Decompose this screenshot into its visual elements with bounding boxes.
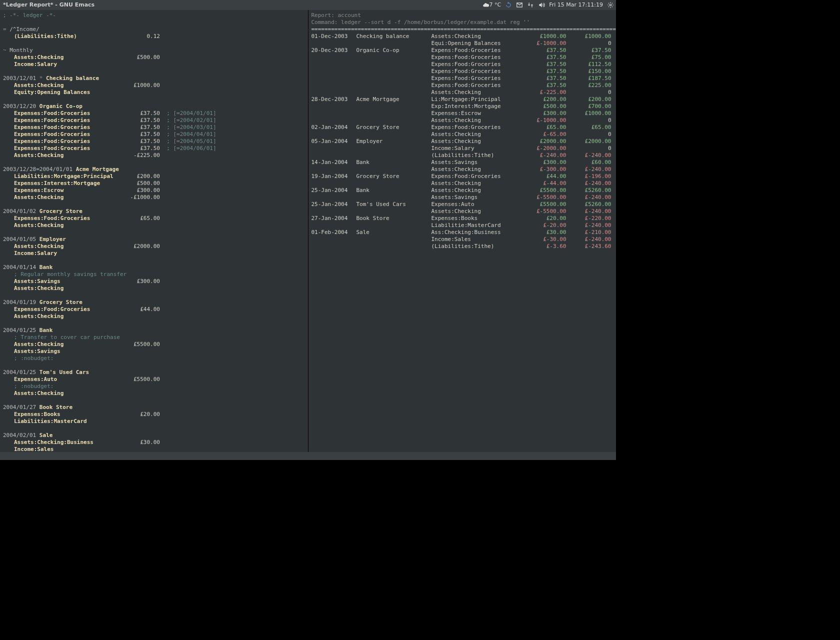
- report-date: [312, 222, 356, 229]
- report-account: Li:Mortgage:Principal: [432, 96, 522, 103]
- mail-icon[interactable]: [516, 2, 523, 8]
- transaction-date: 2004/01/25: [3, 369, 36, 376]
- report-balance: 0: [566, 131, 612, 138]
- posting-line: Expenses:Escrow £300.00: [3, 187, 305, 194]
- posting-comment: ; [=2004/03/01]: [160, 124, 216, 130]
- report-row: Expenses:Escrow£300.00£1000.00: [312, 110, 614, 117]
- posting-account: (Liabilities:Tithe): [14, 33, 120, 40]
- posting-account: Equity:Opening Balances: [14, 89, 120, 96]
- report-account: Expens:Food:Groceries: [432, 124, 522, 131]
- posting-account: Expenses:Interest:Mortgage: [14, 180, 120, 186]
- report-row: Income:Salary£-2000.000: [312, 145, 614, 152]
- report-balance: £112.50: [566, 61, 612, 68]
- report-row: Assets:Checking£-44.00£-240.00: [312, 180, 614, 187]
- directive-line: ~ Monthly: [3, 47, 305, 54]
- report-payee: Employer: [356, 138, 432, 145]
- transaction-payee: Acme Mortgage: [76, 166, 119, 172]
- report-account: Income:Sales: [432, 236, 522, 243]
- report-row: Liabilitie:MasterCard£-20.00£-240.00: [312, 222, 614, 229]
- transaction-payee: Tom's Used Cars: [40, 369, 89, 376]
- transaction-payee: Organic Co-op: [40, 103, 82, 110]
- settings-icon[interactable]: [607, 2, 614, 8]
- report-amount: £-300.00: [522, 166, 566, 173]
- posting-account: Assets:Checking: [14, 285, 120, 292]
- posting-line: Income:Salary: [3, 250, 305, 257]
- posting-comment: ; [=2004/04/01]: [160, 131, 216, 138]
- transaction-payee: Checking balance: [46, 75, 99, 82]
- posting-line: Assets:Checking £5500.00: [3, 341, 305, 348]
- volume-icon[interactable]: [538, 2, 545, 8]
- modeline-right: -U:@%%- *Ledger Report* All (4,0) (Ledge…: [308, 452, 616, 460]
- posting-comment: ; [=2004/06/01]: [160, 145, 216, 152]
- refresh-icon[interactable]: [505, 2, 512, 8]
- report-date: 19-Jan-2004: [312, 173, 356, 180]
- transaction-date: 2004/01/05: [3, 236, 36, 242]
- posting-line: Expenses:Food:Groceries £37.50 ; [=2004/…: [3, 131, 305, 138]
- comment-line: ; Regular monthly savings transfer: [3, 271, 305, 278]
- directive-line: = /^Income/: [3, 26, 305, 33]
- comment-line: ; -*- ledger -*-: [3, 12, 305, 19]
- report-balance: £2000.00: [566, 138, 612, 145]
- report-payee: [356, 110, 432, 117]
- report-account: Assets:Checking: [432, 117, 522, 124]
- transaction-header: 2003/12/20 Organic Co-op: [3, 103, 305, 110]
- report-amount: £-30.00: [522, 236, 566, 243]
- report-amount: £2000.00: [522, 138, 566, 145]
- report-account: Assets:Checking: [432, 33, 522, 40]
- report-payee: [356, 243, 432, 250]
- report-date: [312, 117, 356, 124]
- weather-text: 7 °C: [490, 0, 502, 10]
- report-row: 01-Feb-2004SaleAss:Checking:Business£30.…: [312, 229, 614, 236]
- report-account: Expenses:Auto: [432, 201, 522, 208]
- report-balance: £-240.00: [566, 236, 612, 243]
- report-account: Assets:Checking: [432, 187, 522, 194]
- posting-amount: -£1000.00: [120, 194, 160, 201]
- transaction-date: 2004/01/02: [3, 208, 36, 214]
- report-date: 27-Jan-2004: [312, 215, 356, 222]
- report-payee: Acme Mortgage: [356, 96, 432, 103]
- report-date: 25-Jan-2004: [312, 187, 356, 194]
- report-amount: £-65.00: [522, 131, 566, 138]
- svg-point-0: [610, 4, 612, 6]
- posting-account: Expenses:Food:Groceries: [14, 145, 120, 152]
- posting-line: Assets:Checking: [3, 313, 305, 320]
- report-account: (Liabilities:Tithe): [432, 243, 522, 250]
- report-balance: £225.00: [566, 82, 612, 89]
- modeline: -U:@--- example.dat All (64,0) (Ledger y…: [0, 452, 616, 460]
- report-balance: £1000.00: [566, 110, 612, 117]
- report-payee: [356, 180, 432, 187]
- report-row: Income:Sales£-30.00£-240.00: [312, 236, 614, 243]
- report-amount: £300.00: [522, 110, 566, 117]
- posting-amount: £37.50: [120, 117, 160, 124]
- posting-account: Assets:Checking: [14, 390, 120, 396]
- report-account: Expens:Food:Groceries: [432, 82, 522, 89]
- emacs-frame: *Ledger Report* - GNU Emacs 7 °C Fri 15 …: [0, 0, 616, 460]
- report-date: 25-Jan-2004: [312, 201, 356, 208]
- report-balance: £5260.00: [566, 187, 612, 194]
- report-account: Expenses:Books: [432, 215, 522, 222]
- report-balance: £37.50: [566, 47, 612, 54]
- window-titlebar: *Ledger Report* - GNU Emacs 7 °C Fri 15 …: [0, 0, 616, 10]
- report-balance: £65.00: [566, 124, 612, 131]
- report-row: 01-Dec-2003Checking balanceAssets:Checki…: [312, 33, 614, 40]
- report-date: [312, 152, 356, 159]
- report-balance: £700.00: [566, 103, 612, 110]
- posting-amount: £500.00: [120, 180, 160, 187]
- ledger-report-buffer[interactable]: Report: accountCommand: ledger --sort d …: [308, 10, 616, 452]
- report-payee: [356, 117, 432, 124]
- report-payee: Organic Co-op: [356, 47, 432, 54]
- report-amount: £30.00: [522, 229, 566, 236]
- posting-amount: £20.00: [120, 411, 160, 418]
- network-icon[interactable]: [527, 2, 534, 8]
- report-payee: [356, 236, 432, 243]
- report-amount: £20.00: [522, 215, 566, 222]
- report-payee: [356, 54, 432, 61]
- posting-line: Assets:Checking -£225.00: [3, 152, 305, 159]
- report-account: Assets:Checking: [432, 166, 522, 173]
- posting-amount: £37.50: [120, 145, 160, 152]
- ledger-source-buffer[interactable]: ; -*- ledger -*- = /^Income/(Liabilities…: [0, 10, 308, 452]
- report-amount: £-5500.00: [522, 208, 566, 215]
- report-account: Expenses:Escrow: [432, 110, 522, 117]
- weather-indicator: 7 °C: [482, 0, 502, 10]
- report-account: Assets:Checking: [432, 131, 522, 138]
